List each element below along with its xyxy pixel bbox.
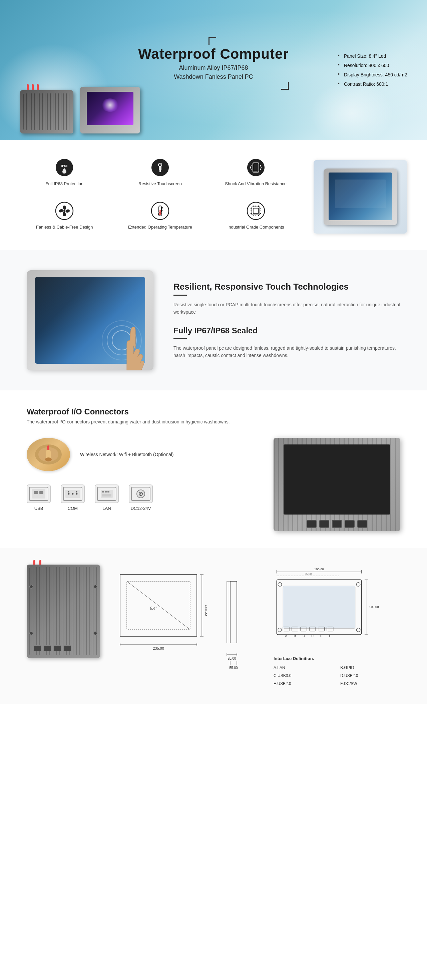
features-section: IP68 Full IP68 Protection Resistive Touc…	[0, 140, 427, 250]
io-port-dc: DC12-24V	[129, 485, 153, 511]
svg-point-44	[68, 493, 70, 495]
io-device-port-5	[357, 520, 367, 528]
svg-text:D: D	[311, 634, 314, 638]
io-wifi-image	[27, 438, 70, 471]
svg-point-0	[56, 159, 73, 176]
interface-item-b-gpio: B:GPIO	[340, 664, 400, 672]
svg-text:8.4": 8.4"	[150, 606, 157, 611]
touch-heading-2: Fully IP67/IP68 Sealed	[173, 326, 400, 335]
io-device-port-1	[306, 520, 317, 528]
svg-point-9	[63, 210, 65, 212]
svg-text:B: B	[294, 634, 296, 638]
hero-antenna-1	[27, 84, 29, 90]
interface-item-f-dcsw: F:DC/SW	[340, 680, 400, 688]
io-device-image	[273, 438, 400, 531]
hero-spec-3: Display Brightness: 450 cd/m2	[338, 70, 407, 80]
cpu-icon	[245, 200, 267, 221]
hero-content: Waterproof Computer Aluminum Alloy IP67/…	[138, 37, 289, 90]
feature-touchscreen-label: Resistive Touchscreen	[138, 181, 182, 187]
io-ports: USB COM	[27, 485, 254, 511]
dims-device-ports	[33, 645, 94, 651]
svg-point-4	[159, 164, 160, 165]
dc-power-icon	[129, 485, 153, 503]
io-port-dc-label: DC12-24V	[131, 506, 151, 511]
svg-rect-71	[230, 581, 237, 643]
feature-fanless-label: Fanless & Cable-Free Design	[36, 224, 93, 230]
svg-point-58	[140, 493, 141, 495]
usb-icon	[27, 485, 51, 503]
svg-point-83	[278, 582, 281, 586]
dims-port-2	[43, 645, 51, 651]
svg-text:F: F	[329, 634, 331, 638]
feature-fanless: Fanless & Cable-Free Design	[20, 200, 109, 234]
feature-industrial-label: Industrial Grade Components	[227, 224, 284, 230]
svg-rect-7	[254, 171, 257, 172]
svg-rect-54	[102, 494, 111, 496]
phone-vibrate-icon	[245, 157, 267, 178]
svg-text:C: C	[303, 634, 305, 638]
svg-text:20.00: 20.00	[227, 657, 236, 660]
interface-item-c-usb3: C:USB3.0	[273, 672, 333, 680]
svg-rect-41	[40, 491, 43, 494]
hero-device-back	[20, 90, 73, 134]
hero-spec-2: Resolution: 800 x 600	[338, 61, 407, 70]
hero-antenna-3	[37, 84, 39, 90]
mount-hole-2	[29, 631, 33, 635]
dims-section: 8.4" 235.00 185.00 20.00	[0, 548, 427, 704]
lan-icon	[95, 485, 119, 503]
feature-touchscreen: Resistive Touchscreen	[116, 157, 205, 190]
touch-description-2: The waterproof panel pc are designed fan…	[173, 344, 400, 360]
io-wifi-label: Wireless Network: Wifi + Bluetooth (Opti…	[80, 452, 173, 457]
svg-text:A: A	[285, 634, 287, 638]
io-device-port-4	[344, 520, 355, 528]
svg-point-46	[76, 493, 78, 495]
dims-device-photo	[27, 565, 100, 658]
touch-image	[27, 270, 154, 371]
interface-item-a-lan: A:LAN	[273, 664, 333, 672]
svg-point-86	[356, 628, 360, 632]
mount-hole-1	[29, 585, 33, 589]
io-port-com-label: COM	[68, 506, 78, 511]
feature-shock: Shock And Vibration Resistance	[211, 157, 300, 190]
hero-spec-1: Panel Size: 8.4" Led	[338, 51, 407, 61]
feature-industrial: Industrial Grade Components	[211, 200, 300, 234]
io-description: The waterproof I/O connectors prevent da…	[27, 419, 400, 425]
temperature-icon	[149, 200, 171, 221]
svg-rect-82	[283, 586, 355, 628]
feature-temp: Extended Operating Temperature	[116, 200, 205, 234]
svg-point-45	[72, 493, 74, 495]
hero-specs: Panel Size: 8.4" Led Resolution: 800 x 6…	[338, 51, 407, 89]
touch-hand-container	[113, 324, 147, 371]
dims-table-grid: A:LAN B:GPIO C:USB3.0 D:USB2.0 E:USB2.0 …	[273, 664, 400, 687]
dims-port-1	[33, 645, 41, 651]
svg-line-61	[127, 581, 190, 630]
touch-section: Resilient, Responsive Touch Technologies…	[0, 250, 427, 390]
io-device-screen	[284, 444, 390, 514]
svg-text:235.00: 235.00	[153, 646, 164, 650]
io-device-port-2	[319, 520, 329, 528]
hero-bracket-bottom	[138, 82, 289, 90]
svg-rect-20	[253, 208, 259, 213]
io-wifi-row: Wireless Network: Wifi + Bluetooth (Opti…	[27, 438, 254, 471]
interface-item-e-usb2: E:USB2.0	[273, 680, 333, 688]
features-grid: IP68 Full IP68 Protection Resistive Touc…	[20, 157, 300, 234]
svg-rect-51	[102, 491, 104, 493]
io-port-usb-label: USB	[34, 506, 43, 511]
dims-port-4	[63, 645, 71, 651]
io-port-usb: USB	[27, 485, 51, 511]
com-icon	[61, 485, 85, 503]
io-device-port-3	[332, 520, 342, 528]
touch-heading-1: Resilient, Responsive Touch Technologies	[173, 282, 400, 292]
fan-icon	[54, 200, 75, 221]
svg-point-18	[247, 202, 265, 220]
svg-text:75.00: 75.00	[305, 572, 311, 576]
svg-text:100.00: 100.00	[369, 605, 379, 609]
hero-spec-4: Contrast Ratio: 600:1	[338, 80, 407, 89]
feature-temp-label: Extended Operating Temperature	[128, 224, 192, 230]
io-title: Waterproof I/O Connectors	[27, 407, 400, 417]
mount-hole-3	[94, 585, 97, 589]
svg-rect-40	[34, 491, 38, 494]
svg-text:55.00: 55.00	[229, 666, 238, 670]
interface-definition-title: Interface Definition:	[273, 655, 400, 662]
feature-shock-label: Shock And Vibration Resistance	[225, 181, 287, 187]
